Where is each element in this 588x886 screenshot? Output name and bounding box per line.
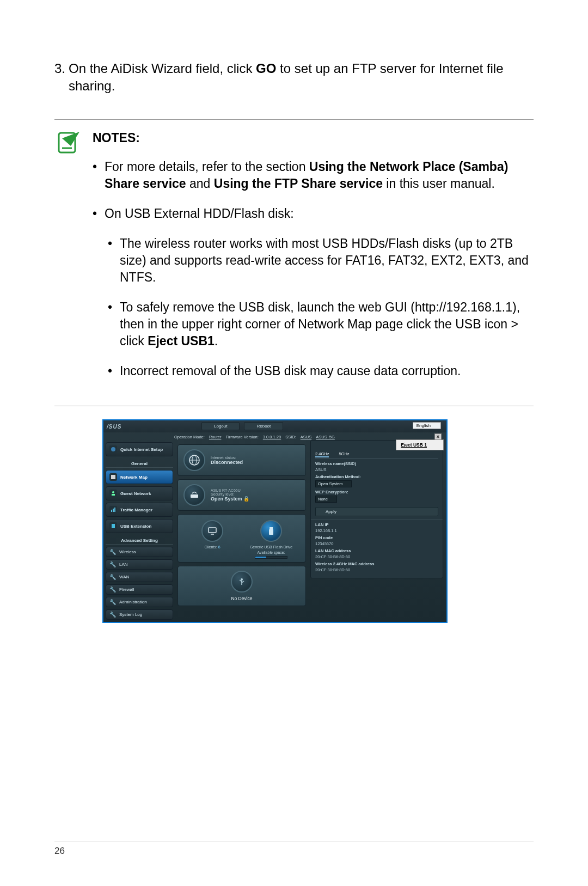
wrench-icon: 🔧 bbox=[109, 586, 116, 592]
guest-icon bbox=[109, 490, 117, 497]
note-bullet: • On USB External HDD/Flash disk: bbox=[93, 205, 534, 222]
asus-logo: /SUS bbox=[107, 424, 121, 430]
eject-usb-popup[interactable]: × Eject USB 1 bbox=[396, 439, 444, 450]
note-subbullet: • Incorrect removal of the USB disk may … bbox=[108, 363, 534, 380]
no-device-card[interactable]: No Device bbox=[177, 566, 306, 606]
sidebar-item-usb[interactable]: USB Extension bbox=[106, 519, 173, 533]
svg-point-2 bbox=[111, 447, 115, 451]
svg-rect-7 bbox=[113, 509, 114, 512]
router-screenshot: /SUS Logout Reboot English Operation Mod… bbox=[102, 419, 448, 623]
sidebar-item-syslog[interactable]: 🔧System Log bbox=[106, 609, 173, 620]
security-card[interactable]: ASUS RT-AC66U Security level: Open Syste… bbox=[177, 479, 306, 511]
sidebar-item-wireless[interactable]: 🔧Wireless bbox=[106, 547, 173, 557]
svg-rect-3 bbox=[111, 475, 115, 479]
sidebar-item-firewall[interactable]: 🔧Firewall bbox=[106, 584, 173, 595]
right-panel: × Eject USB 1 2.4GHz 5GHz Wireless name(… bbox=[310, 440, 443, 578]
note-subbullet: • The wireless router works with most US… bbox=[108, 235, 534, 286]
svg-rect-13 bbox=[191, 494, 198, 498]
tab-24ghz[interactable]: 2.4GHz bbox=[315, 451, 329, 457]
wrench-icon: 🔧 bbox=[109, 574, 116, 580]
svg-rect-8 bbox=[114, 508, 115, 512]
sidebar-item-admin[interactable]: 🔧Administration bbox=[106, 597, 173, 607]
step-number: 3. bbox=[54, 60, 69, 95]
svg-rect-5 bbox=[112, 494, 115, 496]
sidebar: Quick Internet Setup General Network Map… bbox=[106, 440, 173, 622]
sidebar-item-lan[interactable]: 🔧LAN bbox=[106, 559, 173, 570]
wrench-icon: 🔧 bbox=[109, 612, 116, 618]
tab-5ghz[interactable]: 5GHz bbox=[339, 451, 349, 457]
device-row: Clients: 6 Generic USB Flash Drive Avail… bbox=[177, 514, 306, 563]
usb-drive-icon bbox=[260, 520, 282, 542]
sidebar-item-guest[interactable]: Guest Network bbox=[106, 486, 173, 500]
notes-title: NOTES: bbox=[93, 130, 534, 146]
apply-button[interactable]: Apply bbox=[315, 507, 438, 516]
auth-select[interactable]: Open System bbox=[315, 480, 352, 487]
wrench-icon: 🔧 bbox=[109, 599, 116, 605]
svg-rect-14 bbox=[209, 528, 216, 533]
note-subbullet: • To safely remove the USB disk, launch … bbox=[108, 299, 534, 350]
notes-icon bbox=[54, 130, 81, 393]
sidebar-header-general: General bbox=[106, 459, 173, 468]
sidebar-item-qis[interactable]: Quick Internet Setup bbox=[106, 442, 173, 456]
sidebar-item-traffic[interactable]: Traffic Manager bbox=[106, 503, 173, 517]
sidebar-item-network-map[interactable]: Network Map bbox=[106, 470, 173, 484]
usb-icon bbox=[109, 522, 117, 530]
close-icon[interactable]: × bbox=[434, 433, 442, 440]
ssid-value: ASUS bbox=[315, 467, 438, 472]
wrench-icon: 🔧 bbox=[109, 561, 116, 567]
usb-plug-icon bbox=[231, 571, 253, 592]
wrench-icon: 🔧 bbox=[109, 549, 116, 555]
svg-point-4 bbox=[112, 491, 114, 493]
traffic-icon bbox=[109, 506, 117, 514]
page-number: 26 bbox=[54, 841, 534, 857]
router-icon bbox=[183, 484, 205, 506]
svg-rect-6 bbox=[111, 510, 112, 512]
language-select[interactable]: English bbox=[413, 422, 441, 429]
clients-card[interactable]: Clients: 6 bbox=[187, 518, 237, 559]
svg-point-18 bbox=[241, 578, 243, 581]
network-map-panel: Internet status: Disconnected ASUS RT-AC… bbox=[177, 444, 306, 606]
wizard-icon bbox=[109, 445, 117, 453]
svg-rect-17 bbox=[269, 529, 273, 535]
wep-select[interactable]: None bbox=[315, 496, 337, 503]
globe-icon bbox=[183, 449, 205, 471]
logout-button[interactable]: Logout bbox=[201, 422, 240, 430]
reboot-button[interactable]: Reboot bbox=[244, 422, 283, 430]
notes-block: NOTES: • For more details, refer to the … bbox=[54, 119, 534, 407]
monitor-icon bbox=[201, 520, 223, 542]
svg-rect-16 bbox=[270, 527, 273, 529]
sidebar-header-advanced: Advanced Setting bbox=[106, 535, 173, 545]
step-3: 3. On the AiDisk Wizard field, click GO … bbox=[54, 60, 534, 95]
internet-status-card[interactable]: Internet status: Disconnected bbox=[177, 444, 306, 476]
map-icon bbox=[109, 473, 117, 481]
svg-rect-9 bbox=[112, 524, 115, 528]
usb-drive-card[interactable]: Generic USB Flash Drive Available space: bbox=[246, 518, 296, 559]
sidebar-item-wan[interactable]: 🔧WAN bbox=[106, 572, 173, 582]
note-bullet: • For more details, refer to the section… bbox=[93, 158, 534, 192]
